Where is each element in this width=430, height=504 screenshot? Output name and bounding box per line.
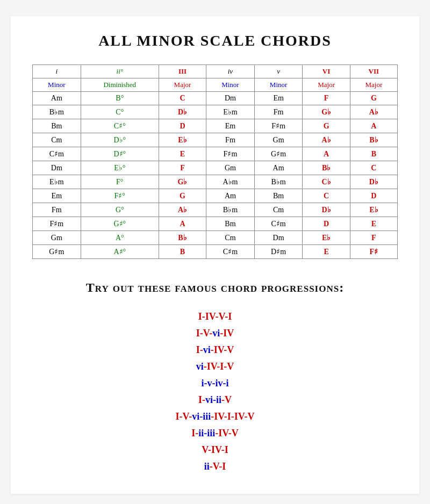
table-cell: Cm xyxy=(254,203,303,217)
table-cell: C♯m xyxy=(206,245,255,259)
table-cell: Am xyxy=(254,161,303,175)
table-cell: Gm xyxy=(206,161,255,175)
table-cell: Dm xyxy=(254,231,303,245)
table-cell: E xyxy=(159,147,206,161)
table-cell: C♯m xyxy=(254,217,303,231)
table-cell: A xyxy=(303,147,350,161)
table-cell: Dm xyxy=(33,161,81,175)
table-cell: G♭ xyxy=(159,175,206,189)
col-ii-header: ii° xyxy=(81,65,159,78)
table-cell: E♭° xyxy=(81,161,159,175)
table-cell: B♭ xyxy=(303,161,350,175)
table-cell: F° xyxy=(81,175,159,189)
header-row-2: Minor Diminished Major Minor Minor Major… xyxy=(33,78,398,92)
progression-item: V-IV-I xyxy=(202,444,228,456)
table-cell: D♯m xyxy=(254,245,303,259)
table-cell: C xyxy=(303,189,350,203)
table-cell: C xyxy=(159,92,206,105)
subheader-major-3: Major xyxy=(350,78,397,92)
table-cell: E♭ xyxy=(303,231,350,245)
table-cell: B♭m xyxy=(206,203,255,217)
table-row: G♯mA♯°BC♯mD♯mEF♯ xyxy=(33,245,398,259)
table-cell: D xyxy=(159,119,206,133)
progression-item: I-V-vi-IV xyxy=(196,328,234,339)
table-cell: G♯m xyxy=(254,147,303,161)
table-cell: G° xyxy=(81,203,159,217)
table-cell: Fm xyxy=(33,203,81,217)
table-cell: D♭ xyxy=(350,175,397,189)
subheader-major-2: Major xyxy=(303,78,350,92)
table-row: FmG°A♭B♭mCmD♭E♭ xyxy=(33,203,398,217)
table-cell: C♯° xyxy=(81,119,159,133)
table-cell: B xyxy=(350,147,397,161)
table-cell: D xyxy=(303,217,350,231)
table-cell: D♯° xyxy=(81,147,159,161)
table-cell: D♭ xyxy=(303,203,350,217)
progression-item: ii-V-I xyxy=(204,461,226,472)
progression-item: i-v-iv-i xyxy=(202,378,229,389)
col-VI-header: VI xyxy=(303,65,350,78)
col-v-header: v xyxy=(254,65,303,78)
subheader-minor-1: Minor xyxy=(33,78,81,92)
table-cell: F♯° xyxy=(81,189,159,203)
table-cell: E xyxy=(350,217,397,231)
header-row-1: i ii° III iv v VI VII xyxy=(33,65,398,78)
table-cell: A♭ xyxy=(350,105,397,119)
table-cell: F♯m xyxy=(206,147,255,161)
table-cell: E♭m xyxy=(206,105,255,119)
table-row: E♭mF°G♭A♭mB♭mC♭D♭ xyxy=(33,175,398,189)
table-row: C♯mD♯°EF♯mG♯mAB xyxy=(33,147,398,161)
table-cell: B♭ xyxy=(350,133,397,147)
col-i-header: i xyxy=(33,65,81,78)
table-row: DmE♭°FGmAmB♭C xyxy=(33,161,398,175)
table-cell: A° xyxy=(81,231,159,245)
col-iv-header: iv xyxy=(206,65,255,78)
table-cell: G♭ xyxy=(303,105,350,119)
table-cell: F xyxy=(350,231,397,245)
table-cell: Fm xyxy=(254,105,303,119)
table-cell: D♭° xyxy=(81,133,159,147)
col-VII-header: VII xyxy=(350,65,397,78)
table-row: B♭mC°D♭E♭mFmG♭A♭ xyxy=(33,105,398,119)
table-cell: F xyxy=(159,161,206,175)
table-cell: A xyxy=(350,119,397,133)
progression-item: I-V-vi-iii-IV-I-IV-V xyxy=(176,411,255,422)
progression-item: I-vi-IV-V xyxy=(196,344,234,356)
table-cell: G♯° xyxy=(81,217,159,231)
col-III-header: III xyxy=(159,65,206,78)
table-cell: Em xyxy=(33,189,81,203)
table-cell: B♭ xyxy=(159,231,206,245)
table-cell: A♭ xyxy=(159,203,206,217)
table-cell: C♯m xyxy=(33,147,81,161)
table-cell: Dm xyxy=(206,92,255,105)
table-cell: B♭m xyxy=(254,175,303,189)
table-row: F♯mG♯°ABmC♯mDE xyxy=(33,217,398,231)
progression-item: I-vi-ii-V xyxy=(198,394,232,406)
subheader-diminished: Diminished xyxy=(81,78,159,92)
table-cell: Cm xyxy=(206,231,255,245)
subheader-major-1: Major xyxy=(159,78,206,92)
subheader-minor-3: Minor xyxy=(254,78,303,92)
table-cell: Em xyxy=(254,92,303,105)
table-cell: F♯ xyxy=(350,245,397,259)
table-cell: E♭m xyxy=(33,175,81,189)
table-cell: D xyxy=(350,189,397,203)
table-cell: B° xyxy=(81,92,159,105)
table-cell: Gm xyxy=(33,231,81,245)
table-row: CmD♭°E♭FmGmA♭B♭ xyxy=(33,133,398,147)
table-cell: A♭ xyxy=(303,133,350,147)
table-cell: E♭ xyxy=(159,133,206,147)
table-cell: B xyxy=(159,245,206,259)
table-cell: Cm xyxy=(33,133,81,147)
table-cell: B♭m xyxy=(33,105,81,119)
progression-item: I-ii-iii-IV-V xyxy=(191,428,239,439)
chord-table: i ii° III iv v VI VII Minor Diminished M… xyxy=(32,64,398,259)
table-cell: Em xyxy=(206,119,255,133)
table-cell: Bm xyxy=(206,217,255,231)
table-row: EmF♯°GAmBmCD xyxy=(33,189,398,203)
table-cell: G xyxy=(159,189,206,203)
progression-item: vi-IV-I-V xyxy=(196,361,234,372)
subheader-minor-2: Minor xyxy=(206,78,255,92)
progression-item: I-IV-V-I xyxy=(198,311,232,322)
table-cell: A♯° xyxy=(81,245,159,259)
